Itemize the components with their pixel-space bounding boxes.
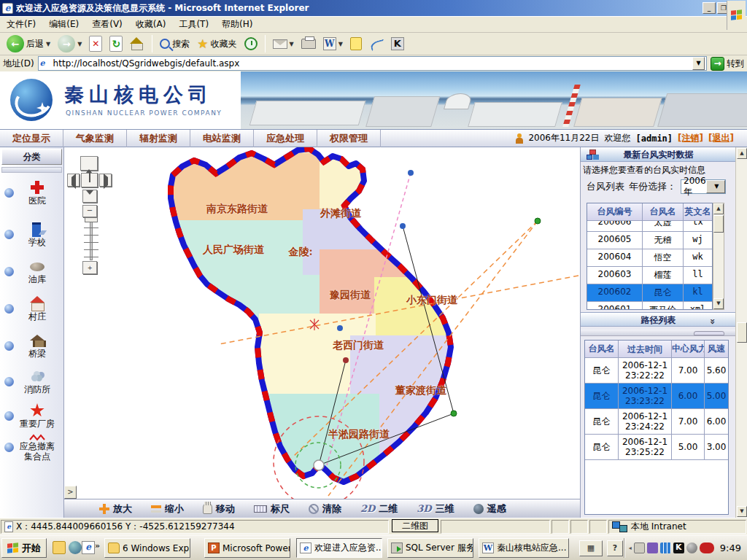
view-2d-tool[interactable]: 2D二维: [360, 502, 398, 516]
menu-view[interactable]: 查看(V): [85, 16, 129, 33]
zoom-out-button[interactable]: −: [82, 205, 97, 217]
gis-map[interactable]: 南京东路街道 外滩街道 人民广场街道 金陵: 豫园街道 小东门街道 老西门街道 …: [64, 147, 580, 499]
messenger-button[interactable]: [367, 36, 386, 51]
stop-button[interactable]: ✕: [87, 34, 104, 53]
path-list-header[interactable]: 路径列表 »: [581, 312, 736, 327]
full-extent-button[interactable]: [81, 173, 98, 187]
clear-tool[interactable]: 清除: [309, 502, 341, 516]
zoom-in-button[interactable]: ＋: [82, 261, 97, 274]
sidebar-item-fire-station[interactable]: 消防所: [0, 369, 63, 394]
table-row[interactable]: 200606太虚tx: [587, 221, 712, 232]
scroll-up-icon[interactable]: ▲: [737, 148, 747, 159]
tab-emergency[interactable]: 应急处理: [254, 130, 317, 147]
tray-kaspersky-icon[interactable]: K: [673, 542, 684, 553]
minimize-button[interactable]: _: [703, 2, 716, 14]
back-button[interactable]: ← 后退 ▼: [4, 34, 53, 54]
sidebar-item-bridge[interactable]: 桥梁: [0, 333, 63, 359]
pan-up-button[interactable]: [80, 156, 98, 171]
tab-weather[interactable]: 气象监测: [63, 130, 127, 147]
zoom-out-tool[interactable]: 缩小: [151, 502, 184, 516]
pan-down-button[interactable]: [82, 190, 97, 203]
address-input[interactable]: e http://localhost/QSgridwebgis/default.…: [38, 56, 707, 71]
tray-grid-icon[interactable]: [660, 542, 671, 553]
print-button[interactable]: [299, 37, 318, 50]
task-powerpoint[interactable]: P Microsoft PowerP...: [204, 538, 290, 558]
zoom-in-tool[interactable]: 放大: [99, 502, 132, 516]
task-sql-server[interactable]: SQL Server 服务...: [387, 538, 473, 558]
start-button[interactable]: 开始: [1, 538, 47, 558]
scroll-thumb[interactable]: [737, 322, 747, 343]
tab-radiation[interactable]: 辐射监测: [127, 130, 190, 147]
keyboard-layout-button[interactable]: ▦: [579, 540, 603, 556]
sidebar-item-evacuation-point[interactable]: 应急撤离集合点: [0, 433, 63, 462]
scroll-up-icon[interactable]: ▲: [713, 203, 724, 214]
tab-permissions[interactable]: 权限管理: [317, 130, 381, 147]
sidebar-item-village[interactable]: 村庄: [0, 296, 63, 322]
table-row[interactable]: 200603榴莲ll: [587, 267, 712, 284]
notes-button[interactable]: [348, 36, 364, 52]
history-button[interactable]: [242, 36, 260, 52]
home-button[interactable]: [128, 36, 147, 52]
task-word-document[interactable]: W 秦山核电站应急...: [479, 538, 569, 558]
address-dropdown-icon[interactable]: ▼: [692, 57, 705, 70]
exit-link[interactable]: [退出]: [708, 132, 734, 144]
menu-tools[interactable]: 工具(T): [172, 16, 215, 33]
menu-favorites[interactable]: 收藏(A): [129, 16, 173, 33]
table-row-selected[interactable]: 昆仑 2006-12-123:23:22 6.00 5.00: [585, 384, 728, 409]
sidebar-item-school[interactable]: 学校: [0, 222, 63, 247]
scroll-down-icon[interactable]: ▼: [713, 298, 724, 309]
tray-ati-icon[interactable]: [700, 542, 714, 553]
sidebar-collapse-button[interactable]: >: [64, 486, 77, 499]
sidebar-item-important-buildings[interactable]: 重要厂房: [0, 403, 63, 429]
table-row[interactable]: 200601西马伦xml: [587, 302, 712, 309]
table-row[interactable]: 200605无稽wj: [587, 232, 712, 249]
quicklaunch-icon[interactable]: [53, 541, 66, 554]
splitter-grip[interactable]: [694, 331, 724, 335]
back-dropdown-icon[interactable]: ▼: [46, 41, 50, 47]
year-select[interactable]: 2006年 ▼: [681, 179, 726, 194]
help-button[interactable]: ?: [607, 540, 623, 556]
search-button[interactable]: 搜索: [158, 36, 192, 52]
task-ie-emergency[interactable]: e 欢迎进入应急资...: [296, 538, 382, 558]
select-dropdown-icon[interactable]: ▼: [706, 180, 725, 193]
table-row[interactable]: 昆仑 2006-12-123:25:22 5.00 3.00: [585, 435, 728, 460]
tab-locate[interactable]: 定位显示: [0, 130, 63, 147]
quicklaunch-icon[interactable]: [69, 541, 82, 554]
task-windows-explorer[interactable]: 6 Windows Expl...▼: [104, 538, 190, 558]
table-row[interactable]: 昆仑 2006-12-123:24:22 7.00 6.00: [585, 409, 728, 435]
tray-updates-icon[interactable]: [647, 542, 658, 553]
table-scrollbar[interactable]: ▲ ▼: [713, 203, 724, 310]
pan-left-button[interactable]: [67, 174, 80, 187]
quicklaunch-ie-icon[interactable]: e: [82, 541, 95, 554]
pan-tool[interactable]: 移动: [203, 502, 235, 516]
ruler-tool[interactable]: 标尺: [254, 502, 290, 516]
table-row-selected[interactable]: 200602昆仑kl: [587, 284, 712, 302]
mail-button[interactable]: ▼: [271, 38, 296, 50]
menu-edit[interactable]: 编辑(E): [42, 16, 85, 33]
edit-word-button[interactable]: W▼: [321, 36, 345, 52]
scroll-down-icon[interactable]: ▼: [737, 506, 747, 517]
forward-button[interactable]: → ▼: [55, 34, 84, 54]
logout-link[interactable]: [注销]: [678, 132, 703, 144]
view-3d-tool[interactable]: 3D三维: [417, 502, 454, 516]
panel-splitter[interactable]: [581, 330, 736, 336]
sidebar-item-hospital[interactable]: 医院: [0, 180, 63, 206]
antivirus-button[interactable]: K: [389, 36, 406, 52]
tray-expand-icon[interactable]: ◂: [629, 545, 632, 551]
sidebar-header[interactable]: 分类: [1, 149, 62, 165]
scroll-thumb[interactable]: [713, 215, 724, 233]
tray-sql-icon[interactable]: [634, 542, 645, 553]
sidebar-item-oil-depot[interactable]: 油库: [0, 259, 63, 284]
tray-volume-icon[interactable]: [686, 542, 697, 553]
page-scrollbar[interactable]: ▲ ▼: [735, 147, 747, 518]
menu-file[interactable]: 文件(F): [0, 16, 42, 33]
go-button[interactable]: → 转到: [711, 57, 744, 71]
tab-station[interactable]: 电站监测: [190, 130, 254, 147]
remote-sensing-tool[interactable]: 遥感: [473, 502, 506, 516]
favorites-button[interactable]: ★ 收藏夹: [195, 35, 239, 52]
collapse-chevron-icon[interactable]: »: [705, 319, 720, 324]
quicklaunch-overflow-icon[interactable]: »: [95, 541, 100, 551]
table-row[interactable]: 200604悟空wk: [587, 249, 712, 267]
table-row[interactable]: 昆仑 2006-12-123:22:22 7.00 5.60: [585, 358, 728, 384]
pan-right-button[interactable]: [99, 174, 112, 187]
